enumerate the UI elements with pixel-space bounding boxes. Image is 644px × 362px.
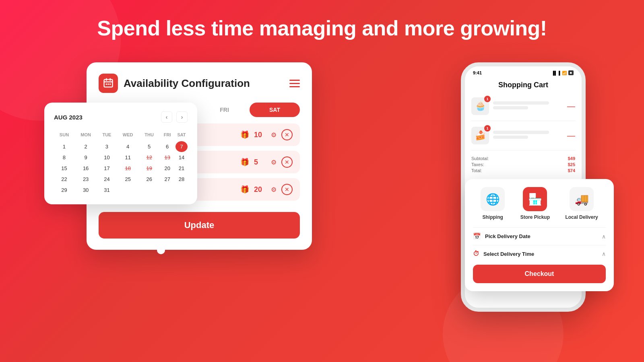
close-btn-2[interactable]: ✕ — [281, 156, 293, 168]
cal-day[interactable]: 15 — [54, 163, 74, 174]
card-header: Availability Configuration — [99, 74, 300, 93]
settings-icon-3[interactable]: ⚙ — [271, 186, 277, 193]
cal-day[interactable]: 2 — [74, 141, 97, 152]
cart-item-img-2: 🍰 1 — [471, 127, 489, 144]
settings-icon-1[interactable]: ⚙ — [271, 131, 277, 139]
pick-date-chevron: ∧ — [602, 233, 606, 240]
phone-icons: ▐▌▐ 📶 ■ — [551, 70, 574, 75]
shipping-icon: 🌐 — [486, 193, 500, 206]
cal-week-4: 22 23 24 25 26 27 28 — [54, 174, 188, 185]
store-pickup-option[interactable]: 🏪 Store Pickup — [520, 187, 550, 220]
cal-day[interactable]: 30 — [74, 185, 97, 195]
cal-next-btn[interactable]: › — [176, 111, 188, 123]
cal-month: AUG 2023 — [54, 114, 83, 121]
local-delivery-label: Local Delivery — [565, 214, 598, 220]
cal-day-crossed[interactable]: 13 — [159, 152, 175, 163]
pick-date-row[interactable]: 📅 Pick Delivery Date ∧ — [473, 227, 606, 245]
hamburger-line — [289, 80, 300, 81]
calendar-icon — [103, 78, 114, 89]
select-time-label: Select Delivery Time — [483, 251, 534, 257]
checkout-button[interactable]: Checkout — [473, 265, 606, 283]
subtotal-label: Subtotal: — [471, 156, 489, 161]
cal-day[interactable]: 11 — [117, 152, 139, 163]
pick-date-label: Pick Delivery Date — [485, 233, 530, 239]
slot-count-3: 20 — [254, 185, 266, 194]
cal-week-5: 29 30 31 — [54, 185, 188, 195]
select-time-row[interactable]: ⏱ Select Delivery Time ∧ — [473, 245, 606, 262]
phone-time: 9:41 — [473, 70, 482, 75]
close-btn-1[interactable]: ✕ — [281, 129, 293, 140]
svg-rect-0 — [104, 80, 113, 87]
cal-day[interactable]: 4 — [117, 141, 139, 152]
cart-item-1: 🧁 1 — — [465, 94, 582, 118]
card-header-left: Availability Configuration — [99, 74, 250, 93]
cal-day[interactable]: 24 — [97, 174, 116, 185]
cal-day[interactable]: 17 — [97, 163, 116, 174]
cal-day[interactable]: 26 — [139, 174, 159, 185]
cal-day-crossed[interactable]: 19 — [139, 163, 159, 174]
cal-day-empty — [117, 185, 139, 195]
cal-day-crossed[interactable]: 18 — [117, 163, 139, 174]
select-time-left: ⏱ Select Delivery Time — [473, 250, 534, 257]
taxes-value: $25 — [568, 162, 575, 167]
battery-icon: ■ — [568, 70, 574, 75]
cal-day[interactable]: 9 — [74, 152, 97, 163]
calendar-grid: SUN MON TUE WED THU FRI SAT 1 2 3 4 5 6 … — [54, 131, 188, 195]
update-button[interactable]: Update — [99, 212, 300, 239]
store-pickup-icon-container: 🏪 — [523, 187, 547, 211]
remove-btn-2[interactable]: — — [567, 131, 575, 140]
cal-day[interactable]: 6 — [159, 141, 175, 152]
store-pickup-label: Store Pickup — [520, 214, 550, 220]
cal-th-mon: MON — [74, 131, 97, 141]
day-fri[interactable]: FRI — [199, 103, 250, 117]
subtotal-value: $49 — [568, 156, 575, 161]
cal-day-today[interactable]: 7 — [175, 141, 188, 152]
cal-day[interactable]: 21 — [175, 163, 188, 174]
app-icon — [99, 74, 118, 93]
svg-point-2 — [106, 84, 107, 85]
cart-item-line-short — [493, 106, 528, 109]
cart-item-info-1 — [493, 101, 563, 111]
cart-totals: Subtotal: $49 Taxes: $25 Total: $74 — [465, 153, 582, 177]
cal-day[interactable]: 27 — [159, 174, 175, 185]
select-time-chevron: ∧ — [602, 251, 606, 257]
cal-week-2: 8 9 10 11 12 13 14 — [54, 152, 188, 163]
cal-day[interactable]: 16 — [74, 163, 97, 174]
cal-day[interactable]: 20 — [159, 163, 175, 174]
remove-btn-1[interactable]: — — [567, 102, 575, 111]
local-delivery-option[interactable]: 🚚 Local Delivery — [565, 187, 598, 220]
cal-day[interactable]: 28 — [175, 174, 188, 185]
cal-day[interactable]: 8 — [54, 152, 74, 163]
settings-icon-2[interactable]: ⚙ — [271, 158, 277, 166]
day-sat[interactable]: SAT — [250, 103, 300, 117]
delivery-card: 🌐 Shipping 🏪 Store Pickup 🚚 Local Delive… — [465, 179, 614, 291]
cal-day[interactable]: 5 — [139, 141, 159, 152]
cal-day[interactable]: 25 — [117, 174, 139, 185]
cal-week-3: 15 16 17 18 19 20 21 — [54, 163, 188, 174]
shipping-label: Shipping — [483, 214, 503, 220]
cal-day[interactable]: 14 — [175, 152, 188, 163]
close-btn-3[interactable]: ✕ — [281, 184, 293, 195]
cal-th-thu: THU — [139, 131, 159, 141]
hamburger-menu[interactable] — [289, 80, 300, 87]
cal-day[interactable]: 3 — [97, 141, 116, 152]
cal-day[interactable]: 31 — [97, 185, 116, 195]
gift-icon-1: 🎁 — [240, 130, 249, 139]
cart-item-line — [493, 131, 549, 134]
cal-day[interactable]: 22 — [54, 174, 74, 185]
slot-count-1: 10 — [254, 131, 266, 139]
cal-day[interactable]: 29 — [54, 185, 74, 195]
shopping-cart-title: Shopping Cart — [465, 78, 582, 94]
shipping-option[interactable]: 🌐 Shipping — [481, 187, 505, 220]
hamburger-line — [289, 86, 300, 87]
cal-day-crossed[interactable]: 12 — [139, 152, 159, 163]
cart-divider-2 — [471, 150, 575, 150]
cart-item-img-1: 🧁 1 — [471, 97, 489, 115]
signal-icon: ▐▌▐ — [551, 71, 560, 75]
cal-day[interactable]: 23 — [74, 174, 97, 185]
phone-status-bar: 9:41 ▐▌▐ 📶 ■ — [465, 66, 582, 78]
cal-day[interactable]: 10 — [97, 152, 116, 163]
cal-prev-btn[interactable]: ‹ — [161, 111, 172, 123]
cal-day[interactable]: 1 — [54, 141, 74, 152]
card-title: Availability Configuration — [124, 77, 250, 90]
